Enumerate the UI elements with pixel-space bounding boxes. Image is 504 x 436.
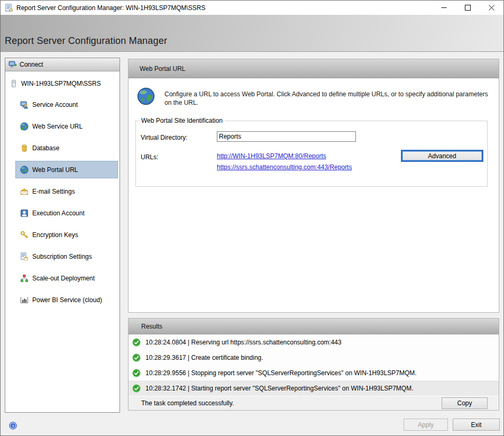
groupbox-legend: Web Portal Site Identification <box>139 117 225 124</box>
sidebar-item-label: Scale-out Deployment <box>32 275 95 282</box>
virtual-directory-input[interactable] <box>217 131 356 142</box>
execution-account-icon <box>20 209 29 217</box>
main-panel: Web Portal URL Configure a URL to access… <box>128 59 499 313</box>
sidebar-item-label: Web Portal URL <box>32 166 78 174</box>
copy-button[interactable]: Copy <box>442 397 488 409</box>
app-icon <box>5 4 13 12</box>
svg-text:?: ? <box>12 424 14 429</box>
results-panel-title: Results <box>141 323 162 330</box>
sidebar-item-subscription-settings[interactable]: Subscription Settings <box>5 246 120 267</box>
results-list: 10:28:24.0804 | Reserving url https://ss… <box>129 334 499 396</box>
sidebar-item-label: Power BI Service (cloud) <box>32 296 102 304</box>
help-icon[interactable]: ? <box>9 422 17 430</box>
web-portal-site-identification-group: Web Portal Site Identification Virtual D… <box>135 121 488 187</box>
sidebar-item-service-account[interactable]: Service Account <box>5 94 120 115</box>
result-text: 10:28:29.9556 | Stopping report server "… <box>145 369 417 377</box>
header-band: Report Server Configuration Manager <box>1 15 503 52</box>
power-bi-icon <box>20 296 29 304</box>
encryption-keys-icon <box>20 231 29 239</box>
result-row: 10:28:24.0804 | Reserving url https://ss… <box>129 334 499 350</box>
server-icon <box>10 79 18 88</box>
subscription-settings-icon <box>20 252 29 261</box>
sidebar-item-label: Web Service URL <box>32 123 83 130</box>
sidebar: Connect WIN-1H93LSP7MQM\SSRS Service Acc… <box>5 58 120 413</box>
sidebar-item-power-bi-service[interactable]: Power BI Service (cloud) <box>5 289 120 311</box>
connect-icon <box>8 60 17 69</box>
results-panel: Results 10:28:24.0804 | Reserving url ht… <box>128 318 499 411</box>
sidebar-item-label: E-mail Settings <box>32 188 75 195</box>
results-panel-header: Results <box>129 319 499 334</box>
caption-buttons <box>432 1 503 15</box>
connect-header[interactable]: Connect <box>5 58 120 71</box>
result-row: 10:28:29.3617 | Create certificate bindi… <box>129 350 499 365</box>
globe-icon <box>137 87 155 105</box>
maximize-button[interactable] <box>456 1 480 15</box>
connect-label: Connect <box>20 61 43 68</box>
sidebar-item-scale-out-deployment[interactable]: Scale-out Deployment <box>5 267 120 289</box>
sidebar-item-execution-account[interactable]: Execution Account <box>5 202 120 224</box>
sidebar-item-label: Service Account <box>32 101 78 108</box>
sidebar-item-label: Encryption Keys <box>32 231 78 239</box>
sidebar-item-web-service-url[interactable]: Web Service URL <box>5 115 120 137</box>
result-row: 10:28:32.1742 | Starting report server "… <box>129 380 499 396</box>
minimize-button[interactable] <box>432 1 456 15</box>
web-portal-url-icon <box>20 166 29 174</box>
sidebar-item-web-portal-url[interactable]: Web Portal URL <box>5 159 120 180</box>
title-bar[interactable]: Report Server Configuration Manager: WIN… <box>1 1 503 15</box>
result-row: 10:28:29.9556 | Stopping report server "… <box>129 365 499 380</box>
https-url-link[interactable]: https://ssrs.schattenconsulting.com:443/… <box>217 164 352 171</box>
close-button[interactable] <box>480 1 503 15</box>
virtual-directory-label: Virtual Directory: <box>141 134 187 141</box>
sidebar-item-label: Execution Account <box>32 210 85 217</box>
main-panel-header: Web Portal URL <box>129 59 499 78</box>
close-icon <box>489 5 494 11</box>
success-check-icon <box>132 384 141 393</box>
result-text: 10:28:24.0804 | Reserving url https://ss… <box>145 339 342 346</box>
result-text: 10:28:32.1742 | Starting report server "… <box>145 385 414 392</box>
service-account-icon <box>20 101 29 109</box>
apply-button[interactable]: Apply <box>404 419 448 431</box>
success-check-icon <box>132 338 141 347</box>
window-title: Report Server Configuration Manager: WIN… <box>16 4 205 12</box>
email-icon <box>20 187 29 196</box>
http-url-link[interactable]: http://WIN-1H93LSP7MQM:80/Reports <box>217 152 326 160</box>
database-icon <box>20 144 29 152</box>
sidebar-item-label: Subscription Settings <box>32 253 92 260</box>
app-window: Report Server Configuration Manager: WIN… <box>0 0 504 436</box>
server-node-label: WIN-1H93LSP7MQM\SSRS <box>21 80 101 87</box>
sidebar-item-label: Database <box>32 144 59 152</box>
sidebar-item-encryption-keys[interactable]: Encryption Keys <box>5 224 120 246</box>
exit-button[interactable]: Exit <box>453 419 500 431</box>
success-check-icon <box>132 369 141 377</box>
minimize-icon <box>441 5 447 11</box>
main-panel-title: Web Portal URL <box>140 65 185 72</box>
result-text: 10:28:29.3617 | Create certificate bindi… <box>145 354 263 361</box>
page-title: Report Server Configuration Manager <box>5 35 167 47</box>
scale-out-icon <box>20 274 29 283</box>
web-service-url-icon <box>20 122 29 131</box>
advanced-button[interactable]: Advanced <box>401 150 483 162</box>
tree-server-node[interactable]: WIN-1H93LSP7MQM\SSRS <box>5 77 120 90</box>
sidebar-item-email-settings[interactable]: E-mail Settings <box>5 180 120 202</box>
success-check-icon <box>132 353 141 362</box>
sidebar-item-database[interactable]: Database <box>5 137 120 159</box>
panel-description: Configure a URL to access Web Portal. Cl… <box>164 90 491 107</box>
urls-label: URLs: <box>141 153 158 161</box>
maximize-icon <box>465 5 471 11</box>
status-text: The task completed successfully. <box>141 399 234 407</box>
sidebar-items: Service Account Web Service URL Database <box>5 94 120 311</box>
